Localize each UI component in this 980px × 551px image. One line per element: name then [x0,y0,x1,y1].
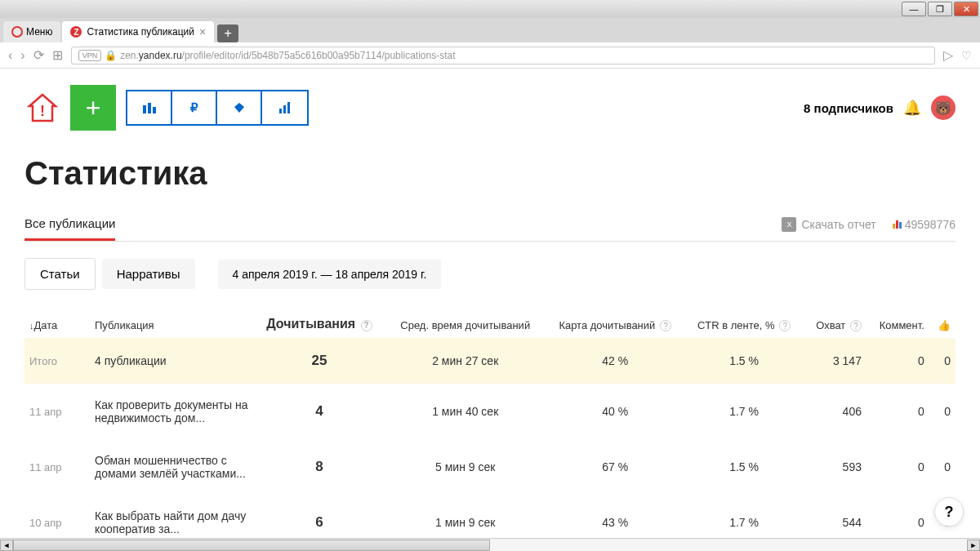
col-date[interactable]: Дата [34,319,58,331]
zen-favicon: Z [70,26,82,38]
col-likes-icon[interactable]: 👍 [929,310,956,338]
svg-rect-7 [287,102,290,113]
col-reads[interactable]: Дочитывания [266,317,355,331]
row-date: 11 апр [24,439,90,495]
page-topbar: ! + ₽ 8 подписчиков 🔔 🐻 [24,85,956,131]
diamond-icon[interactable] [217,91,262,124]
ruble-icon[interactable]: ₽ [172,91,217,124]
table-row[interactable]: 11 апр Обман мошенничество с домами земл… [24,439,956,495]
filter-narratives-button[interactable]: Нарративы [102,259,195,289]
forward-button[interactable]: › [20,48,24,63]
help-icon[interactable]: ? [850,320,862,331]
url-text: zen.yandex.ru/profile/editor/id/5b48b75a… [120,50,455,61]
minimize-button[interactable]: — [902,2,926,16]
row-reach: 593 [803,439,866,495]
add-publication-button[interactable]: + [70,85,116,131]
row-date: 11 апр [24,384,90,439]
svg-rect-1 [143,105,146,113]
opera-icon [11,26,23,38]
total-reads: 25 [253,338,385,384]
date-range-button[interactable]: 4 апреля 2019 г. — 18 апреля 2019 г. [218,260,442,289]
download-label: Скачать отчет [801,218,875,231]
help-icon[interactable]: ? [660,320,671,331]
back-button[interactable]: ‹ [8,48,12,63]
tab-title: Статистика публикаций [87,26,194,38]
svg-rect-6 [283,105,286,113]
xls-icon: X [782,217,796,232]
help-icon[interactable]: ? [361,320,372,331]
total-reach: 3 147 [803,338,866,384]
address-bar: ‹ › ⟳ ⊞ VPN 🔒 zen.yandex.ru/profile/edit… [0,42,980,69]
row-reads: 4 [253,384,385,439]
row-comments: 0 [866,384,929,439]
share-icon[interactable]: ▷ [943,47,953,63]
stats-table: ↓Дата Публикация Дочитывания ? Сред. вре… [24,310,956,550]
url-input[interactable]: VPN 🔒 zen.yandex.ru/profile/editor/id/5b… [71,47,935,64]
browser-tabbar: Меню Z Статистика публикаций × + [0,18,980,42]
row-read-map: 40 % [546,384,685,439]
chart-icon[interactable] [262,91,307,124]
reload-button[interactable]: ⟳ [33,47,44,63]
stats-bars-icon[interactable] [127,91,172,124]
row-ctr: 1.7 % [685,384,804,439]
bookmark-heart-icon[interactable]: ♡ [961,49,972,62]
total-pubs: 4 публикации [90,338,253,384]
channel-logo[interactable]: ! [24,90,60,126]
page-content: ! + ₽ 8 подписчиков 🔔 🐻 Статистика Все п… [0,69,980,551]
filter-articles-button[interactable]: Статьи [24,258,96,290]
table-row[interactable]: 11 апр Как проверить документы на недвиж… [24,384,956,439]
browser-tab[interactable]: Z Статистика публикаций × [62,21,214,42]
scroll-right-arrow[interactable]: ► [967,540,980,551]
row-read-map: 67 % [546,439,685,495]
metrika-icon [893,220,902,229]
total-label: Итого [24,338,90,384]
lock-icon: 🔒 [105,50,117,61]
subscribers-count: 8 подписчиков [804,101,893,115]
menu-label: Меню [26,26,52,38]
metrika-id: 49598776 [905,218,956,231]
help-floating-button[interactable]: ? [934,497,964,527]
svg-text:!: ! [40,103,45,119]
horizontal-scrollbar[interactable]: ◄ ► [0,538,980,551]
col-comments[interactable]: Коммент. [866,310,929,338]
scroll-thumb[interactable] [13,540,490,551]
col-ctr[interactable]: CTR в ленте, % [697,319,775,331]
row-title[interactable]: Как проверить документы на недвижимость … [90,384,253,439]
svg-text:₽: ₽ [190,100,198,114]
help-icon[interactable]: ? [779,320,791,331]
user-avatar[interactable]: 🐻 [931,96,956,120]
col-publication[interactable]: Публикация [90,310,253,338]
window-titlebar: — ❐ ✕ [0,0,980,18]
scroll-left-arrow[interactable]: ◄ [0,540,13,551]
row-comments: 0 [866,439,929,495]
col-reach[interactable]: Охват [816,319,845,331]
col-read-map[interactable]: Карта дочитываний [559,319,655,331]
speed-dial-button[interactable]: ⊞ [52,47,63,63]
total-avg-time: 2 мин 27 сек [385,338,546,384]
row-likes: 0 [929,384,956,439]
page-title: Статистика [24,155,956,192]
col-avg-time[interactable]: Сред. время дочитываний [385,310,546,338]
metrika-link[interactable]: 49598776 [893,218,956,231]
opera-menu-button[interactable]: Меню [3,21,60,42]
scroll-track[interactable] [13,540,967,551]
vpn-badge[interactable]: VPN [78,50,102,61]
row-title[interactable]: Обман мошенничество с домами землёй учас… [90,439,253,495]
total-read-map: 42 % [546,338,685,384]
notifications-bell-icon[interactable]: 🔔 [903,99,921,117]
maximize-button[interactable]: ❐ [928,2,952,16]
svg-rect-3 [153,107,156,113]
row-avg-time: 5 мин 9 сек [385,439,546,495]
row-reads: 8 [253,439,385,495]
toolbar-icon-group: ₽ [126,90,309,126]
row-ctr: 1.5 % [685,439,804,495]
download-report-link[interactable]: X Скачать отчет [782,217,875,232]
filter-row: Статьи Нарративы 4 апреля 2019 г. — 18 а… [24,258,956,290]
total-likes: 0 [929,338,956,384]
tab-all-publications[interactable]: Все публикации [24,208,115,241]
row-reach: 406 [803,384,866,439]
total-comments: 0 [866,338,929,384]
new-tab-button[interactable]: + [217,24,238,42]
close-window-button[interactable]: ✕ [954,2,978,16]
close-tab-icon[interactable]: × [199,25,206,38]
